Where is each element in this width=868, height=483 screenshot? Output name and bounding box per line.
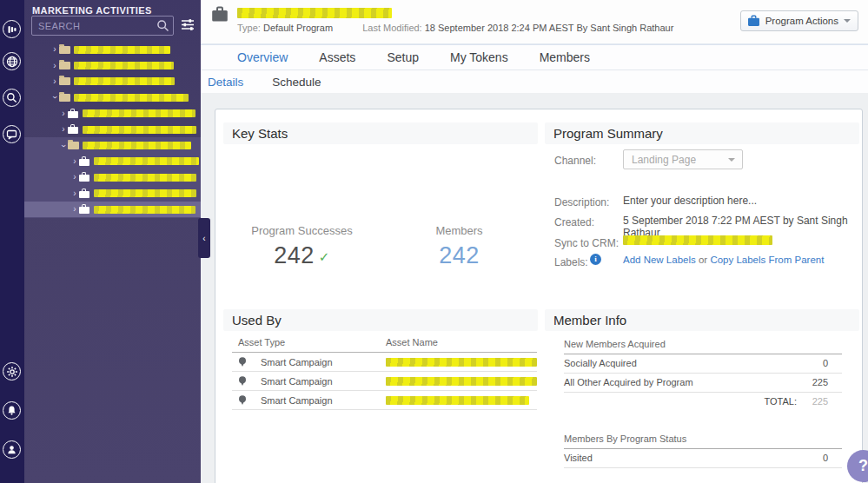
sidebar-collapse-handle[interactable]: ‹: [198, 218, 210, 258]
redacted-label: [83, 126, 196, 134]
tree-folder-item[interactable]: ›: [24, 137, 201, 153]
marketo-logo-icon[interactable]: [3, 20, 21, 38]
stat-label: Members: [381, 224, 538, 237]
right-column: Program Summary Channel: Landing Page De…: [545, 109, 859, 483]
redacted-label: [74, 62, 174, 69]
used-by-column-headers: Asset Type Asset Name: [232, 337, 537, 353]
sidebar-search: [31, 16, 174, 36]
chevron-down-icon[interactable]: ›: [50, 93, 59, 102]
stat-program-successes: Program Successes242✓: [223, 151, 381, 303]
program-summary-header: Program Summary: [545, 122, 859, 144]
description-label: Description:: [554, 196, 609, 208]
globe-icon[interactable]: [3, 52, 21, 70]
chevron-down-icon[interactable]: ›: [59, 142, 68, 150]
tab-members[interactable]: Members: [540, 50, 590, 64]
smart-campaign-icon: [238, 357, 247, 369]
tree-program-item[interactable]: ›: [24, 154, 201, 169]
asset-type-value: Smart Campaign: [261, 357, 333, 367]
tab-schedule[interactable]: Schedule: [272, 76, 321, 89]
tree-folder-item[interactable]: ›: [24, 89, 201, 105]
overview-panel: Key Stats Program Successes242✓Members24…: [215, 109, 863, 483]
row-value: 0: [823, 449, 828, 467]
labels-actions: Add New Labels or Copy Labels From Paren…: [623, 255, 824, 265]
folder-icon: [59, 46, 70, 54]
chevron-right-icon[interactable]: ›: [50, 45, 59, 54]
used-by-header: Used By: [223, 309, 538, 331]
left-column: Key Stats Program Successes242✓Members24…: [223, 109, 538, 483]
channel-value: Landing Page: [632, 154, 696, 166]
used-by-table: Asset Type Asset Name Smart CampaignSmar…: [232, 337, 537, 410]
channel-select[interactable]: Landing Page: [623, 149, 743, 169]
filter-icon[interactable]: [181, 18, 195, 31]
briefcase-icon: [68, 127, 78, 134]
asset-name-redacted[interactable]: [386, 358, 537, 367]
last-modified-label: Last Modified:: [362, 23, 421, 33]
user-profile-icon[interactable]: [3, 440, 21, 459]
member-info-row: All Other Acquired by Program225: [564, 374, 842, 393]
redacted-label: [94, 189, 196, 197]
search-input[interactable]: [31, 16, 174, 36]
stat-value[interactable]: 242: [381, 242, 538, 269]
row-label: Socially Acquired: [564, 358, 637, 368]
member-info-section-header: Members By Program Status: [564, 432, 842, 449]
tree-program-item[interactable]: ›: [24, 122, 201, 137]
description-value[interactable]: Enter your description here...: [623, 195, 757, 207]
tab-assets[interactable]: Assets: [319, 50, 355, 64]
row-value: 0: [823, 354, 828, 373]
member-info-header: Member Info: [545, 309, 859, 331]
tab-details[interactable]: Details: [208, 76, 243, 89]
redacted-label: [74, 46, 170, 54]
tree-folder-item[interactable]: ›: [24, 57, 201, 73]
info-icon[interactable]: i: [590, 254, 601, 265]
chevron-right-icon[interactable]: ›: [59, 109, 68, 118]
folder-icon: [59, 94, 70, 102]
asset-name-redacted[interactable]: [386, 377, 537, 386]
type-label: Type:: [237, 23, 261, 33]
tree-program-item[interactable]: ›: [24, 106, 201, 122]
chevron-right-icon[interactable]: ›: [50, 77, 59, 86]
used-by-row[interactable]: Smart Campaign: [232, 353, 537, 372]
tab-my-tokens[interactable]: My Tokens: [450, 50, 508, 64]
tree-program-item[interactable]: ›: [24, 186, 201, 202]
asset-type-column: Asset Type: [238, 337, 285, 347]
asset-name-column: Asset Name: [386, 337, 438, 347]
used-by-row[interactable]: Smart Campaign: [232, 391, 537, 410]
tab-setup[interactable]: Setup: [387, 50, 419, 64]
member-info-tables: New Members AcquiredSocially Acquired0Al…: [564, 337, 842, 468]
redacted-label: [74, 77, 175, 85]
tree-folder-item[interactable]: ›: [24, 42, 201, 57]
tree-program-item[interactable]: ›: [24, 169, 201, 185]
briefcase-icon: [747, 15, 760, 27]
sync-to-crm-label: Sync to CRM:: [554, 237, 619, 249]
notifications-bell-icon[interactable]: [3, 401, 21, 420]
chevron-right-icon[interactable]: ›: [59, 125, 68, 134]
program-title-redacted: [237, 8, 392, 18]
marketing-activities-sidebar: MARKETING ACTIVITIES ›››››››››››: [24, 0, 201, 483]
chevron-right-icon[interactable]: ›: [70, 205, 79, 214]
chevron-right-icon[interactable]: ›: [70, 173, 79, 182]
smart-campaign-icon: [238, 395, 247, 407]
redacted-label: [83, 109, 195, 117]
row-label: All Other Acquired by Program: [564, 377, 693, 387]
chevron-right-icon[interactable]: ›: [50, 62, 59, 70]
tree-program-item[interactable]: ›: [24, 202, 201, 217]
used-by-row[interactable]: Smart Campaign: [232, 372, 537, 391]
search-magnifier-icon[interactable]: [156, 19, 169, 36]
chevron-right-icon[interactable]: ›: [70, 189, 79, 198]
asset-name-redacted[interactable]: [386, 396, 529, 405]
briefcase-icon: [68, 111, 78, 118]
primary-tabs: OverviewAssetsSetupMy TokensMembers: [201, 44, 868, 70]
row-label: Visited: [564, 453, 593, 463]
chat-icon[interactable]: [3, 125, 21, 143]
tree-folder-item[interactable]: ›: [24, 74, 201, 89]
chevron-right-icon[interactable]: ›: [70, 157, 79, 166]
search-icon[interactable]: [3, 89, 21, 107]
member-info-row: Socially Acquired0: [564, 354, 842, 374]
copy-labels-from-parent-link[interactable]: Copy Labels From Parent: [710, 255, 824, 265]
program-actions-button[interactable]: Program Actions: [740, 10, 858, 31]
secondary-tabs: DetailsSchedule: [201, 70, 868, 94]
settings-gear-icon[interactable]: [3, 362, 21, 380]
add-new-labels-link[interactable]: Add New Labels: [623, 255, 696, 265]
asset-type-value: Smart Campaign: [261, 395, 333, 406]
tab-overview[interactable]: Overview: [237, 50, 288, 64]
